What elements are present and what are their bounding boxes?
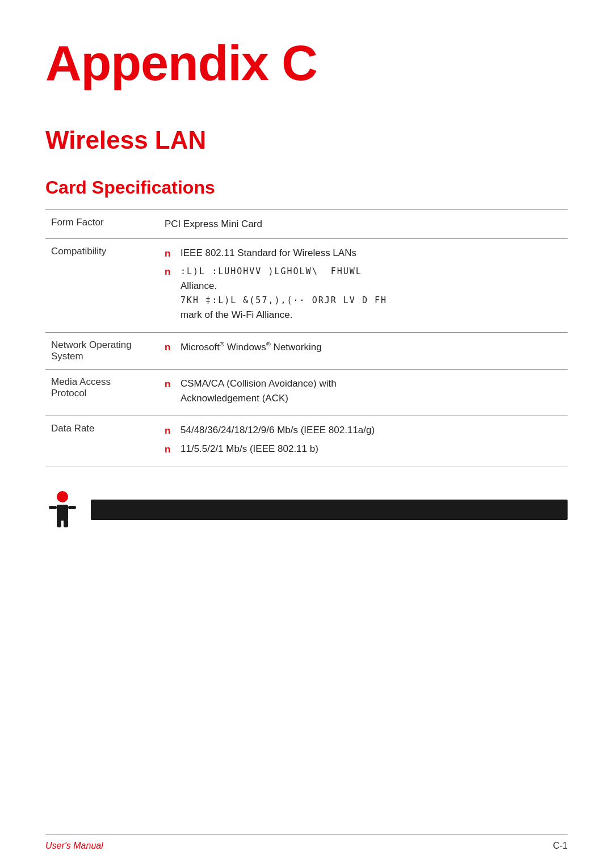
- footer-left: User's Manual: [45, 841, 103, 851]
- row-label-media-access: Media AccessProtocol: [45, 370, 159, 416]
- bullet-symbol: n: [165, 246, 180, 261]
- bullet-symbol: n: [165, 376, 180, 392]
- svg-rect-2: [49, 506, 57, 509]
- bullet-text: 54/48/36/24/18/12/9/6 Mb/s (IEEE 802.11a…: [180, 423, 562, 438]
- bullet-item: n Microsoft® Windows® Networking: [165, 339, 562, 355]
- footer: User's Manual C-1: [45, 835, 568, 851]
- table-row: Media AccessProtocol n CSMA/CA (Collisio…: [45, 370, 568, 416]
- bullet-symbol: n: [165, 264, 180, 279]
- bullet-text: IEEE 802.11 Standard for Wireless LANs: [180, 246, 562, 261]
- bullet-text: 11/5.5/2/1 Mb/s (IEEE 802.11 b): [180, 442, 562, 456]
- bullet-symbol: n: [165, 442, 180, 457]
- section-title: Wireless LAN: [45, 126, 568, 154]
- row-value-compatibility: n IEEE 802.11 Standard for Wireless LANs…: [159, 238, 568, 333]
- row-label-data-rate: Data Rate: [45, 416, 159, 467]
- subsection-title: Card Specifications: [45, 177, 568, 198]
- bullet-item: n CSMA/CA (Collision Avoidance) withAckn…: [165, 376, 562, 405]
- bullet-item: n :L)L :LUHOHVV )LGHOLW\ FHUWL Alliance.…: [165, 264, 562, 322]
- table-row: Network OperatingSystem n Microsoft® Win…: [45, 333, 568, 370]
- corrupted-text-1: :L)L :LUHOHVV )LGHOLW\ FHUWL: [180, 266, 362, 276]
- svg-point-0: [57, 491, 68, 502]
- corrupted-text-2: 7KH ‡:L)L &(57,),(·· ORJR LV D FH: [180, 295, 387, 305]
- bullet-text: CSMA/CA (Collision Avoidance) withAcknow…: [180, 376, 562, 405]
- specs-table: Form Factor PCI Express Mini Card Compat…: [45, 209, 568, 467]
- svg-rect-4: [57, 519, 61, 527]
- footer-right: C-1: [553, 841, 568, 851]
- row-label-compatibility: Compatibility: [45, 238, 159, 333]
- table-row: Form Factor PCI Express Mini Card: [45, 210, 568, 239]
- row-value-nos: n Microsoft® Windows® Networking: [159, 333, 568, 370]
- bullet-symbol: n: [165, 339, 180, 355]
- svg-rect-5: [64, 519, 68, 527]
- row-label-nos: Network OperatingSystem: [45, 333, 159, 370]
- bullet-text: Microsoft® Windows® Networking: [180, 339, 562, 354]
- bullet-item: n IEEE 802.11 Standard for Wireless LANs: [165, 246, 562, 261]
- row-value-data-rate: n 54/48/36/24/18/12/9/6 Mb/s (IEEE 802.1…: [159, 416, 568, 467]
- row-value-media-access: n CSMA/CA (Collision Avoidance) withAckn…: [159, 370, 568, 416]
- table-row: Data Rate n 54/48/36/24/18/12/9/6 Mb/s (…: [45, 416, 568, 467]
- note-box: [45, 490, 568, 530]
- svg-rect-1: [57, 505, 68, 521]
- row-label-form-factor: Form Factor: [45, 210, 159, 239]
- table-row: Compatibility n IEEE 802.11 Standard for…: [45, 238, 568, 333]
- svg-rect-3: [68, 506, 76, 509]
- page-title: Appendix C: [45, 34, 568, 92]
- bullet-text-corrupted: :L)L :LUHOHVV )LGHOLW\ FHUWL Alliance. 7…: [180, 264, 562, 322]
- note-bar: [91, 500, 568, 520]
- row-value-form-factor: PCI Express Mini Card: [159, 210, 568, 239]
- bullet-item: n 54/48/36/24/18/12/9/6 Mb/s (IEEE 802.1…: [165, 423, 562, 438]
- bullet-symbol: n: [165, 423, 180, 438]
- info-icon: [45, 490, 79, 530]
- bullet-item: n 11/5.5/2/1 Mb/s (IEEE 802.11 b): [165, 442, 562, 457]
